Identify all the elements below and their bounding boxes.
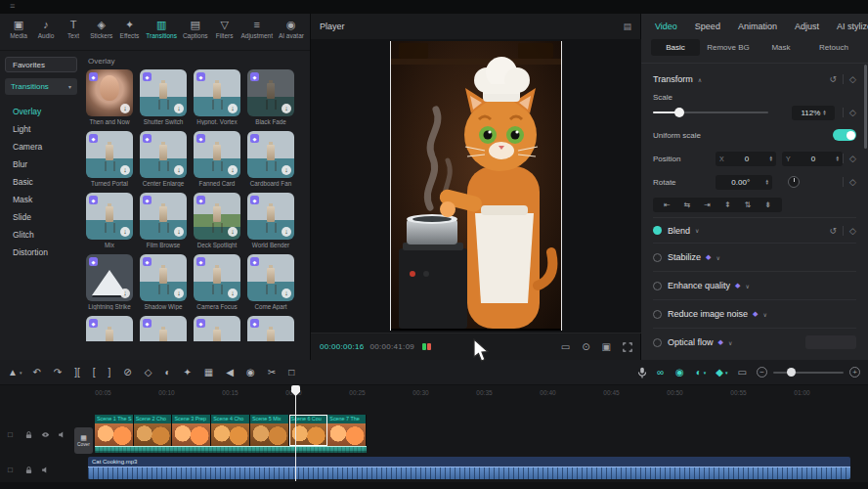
quality-icon[interactable]: ▣ <box>602 342 611 352</box>
player-options-icon[interactable]: ▤ <box>623 22 631 31</box>
split-icon[interactable]: ][ <box>74 367 82 378</box>
download-icon[interactable]: ↓ <box>282 227 291 237</box>
zoom-slider-handle[interactable] <box>787 368 796 377</box>
transition-thumbnail[interactable]: ◆ <box>140 316 187 341</box>
audio-clip[interactable]: Cat Cooking.mp3 <box>88 457 850 479</box>
zoom-out-icon[interactable]: − <box>757 367 767 378</box>
inspector-subtab[interactable]: Basic <box>651 39 700 56</box>
align-center-h-icon[interactable]: ⇆ <box>684 200 691 209</box>
scale-slider[interactable] <box>653 111 768 113</box>
download-icon[interactable]: ↓ <box>174 227 184 237</box>
effect-section-row[interactable]: Stabilize ◆ ∨ <box>653 243 856 271</box>
scale-slider-handle[interactable] <box>674 108 684 117</box>
transition-thumbnail[interactable]: ◆ ↓ <box>194 131 240 178</box>
main-track-icon[interactable]: ◉ <box>675 367 686 378</box>
inspector-tab[interactable]: Speed <box>695 22 720 31</box>
freeze-frame-icon[interactable]: ◇ <box>145 367 154 378</box>
transition-thumbnail[interactable]: ◆ ↓ <box>140 254 187 301</box>
hide-track-icon[interactable] <box>41 430 50 439</box>
download-icon[interactable]: ↓ <box>228 227 238 237</box>
align-top-icon[interactable]: ⇞ <box>724 200 731 209</box>
transition-item[interactable]: ◆ ↓ Shutter Switch <box>140 69 187 125</box>
effect-section-row[interactable]: Optical flow ◆ ∨ <box>653 328 856 356</box>
mute-track-icon[interactable] <box>41 466 50 474</box>
sidebar-category[interactable]: Glitch <box>5 226 81 244</box>
transition-thumbnail[interactable]: ◆ ↓ <box>86 193 133 240</box>
inspector-subtab[interactable]: Retouch <box>809 39 858 56</box>
download-icon[interactable]: ↓ <box>228 104 238 113</box>
transition-thumbnail[interactable]: ◆ ↓ <box>86 254 133 301</box>
keyframe-icon[interactable]: ◇ <box>849 154 856 163</box>
transition-item[interactable]: ◆ ↓ Then and Now <box>86 69 133 125</box>
cover-button[interactable]: ▦ Cover <box>74 427 93 454</box>
sidebar-category[interactable]: Basic <box>5 173 81 191</box>
video-clip[interactable]: Scene 7 The <box>327 415 367 446</box>
ai-tools-icon[interactable]: ✦ <box>183 367 193 378</box>
ratio-icon[interactable]: ▭ <box>561 342 570 352</box>
chevron-down-icon[interactable]: ∨ <box>716 254 719 261</box>
transition-thumbnail[interactable]: ◆ <box>194 316 240 341</box>
timeline-scrollbar-area[interactable] <box>0 482 868 489</box>
align-left-icon[interactable]: ⇤ <box>664 200 671 209</box>
download-icon[interactable]: ↓ <box>174 165 184 175</box>
transition-item[interactable]: ◆ ↓ Shadow Wipe <box>140 254 187 310</box>
step-down-icon[interactable]: ▾ <box>836 158 839 162</box>
transition-item[interactable]: ◆ ↓ Come Apart <box>247 254 294 310</box>
scale-value-box[interactable]: 112% ▴▾ <box>792 106 835 120</box>
zoom-in-icon[interactable]: + <box>849 367 860 378</box>
panel-scrollbar[interactable] <box>864 65 867 149</box>
transition-thumbnail[interactable]: ◆ ↓ <box>86 131 133 178</box>
microphone-icon[interactable] <box>637 367 647 378</box>
character-tool-icon[interactable]: ◉ <box>246 367 257 378</box>
inspector-tab[interactable]: AI stylize <box>837 22 868 31</box>
chevron-up-icon[interactable]: ∧ <box>698 76 702 83</box>
keyframe-icon[interactable]: ◇ <box>849 177 856 187</box>
transition-item[interactable]: ◆ ↓ Black Fade <box>247 69 294 125</box>
keyframe-icon[interactable]: ◇ <box>849 108 856 117</box>
display-tool-icon[interactable]: □ <box>288 367 296 378</box>
reset-icon[interactable]: ↺ <box>830 74 838 84</box>
download-icon[interactable]: ↓ <box>120 227 130 237</box>
select-tool-icon[interactable]: ▲ ▾ <box>8 367 22 378</box>
lock-icon[interactable] <box>24 430 33 439</box>
chevron-down-icon[interactable]: ∨ <box>695 227 699 234</box>
sidebar-category[interactable]: Mask <box>5 191 81 208</box>
transition-thumbnail[interactable]: ◆ <box>247 316 294 341</box>
sidebar-category[interactable]: Slide <box>5 208 81 226</box>
video-clip[interactable]: Scene 2 Cho <box>134 415 173 446</box>
chevron-down-icon[interactable]: ∨ <box>745 283 749 289</box>
download-icon[interactable]: ↓ <box>120 104 130 113</box>
position-y-field[interactable]: Y 0 ▴▾ <box>782 152 843 166</box>
transition-item[interactable]: ◆ ↓ Center Enlarge <box>140 131 187 187</box>
timeline-zoom-slider[interactable] <box>773 372 844 374</box>
undo-icon[interactable]: ↶ <box>32 367 42 378</box>
align-right-icon[interactable]: ⇥ <box>704 200 711 209</box>
optical-flow-action-button[interactable] <box>805 335 856 349</box>
reset-icon[interactable]: ↺ <box>830 226 838 236</box>
section-checkbox[interactable] <box>653 310 662 319</box>
align-bottom-icon[interactable]: ⇟ <box>764 200 771 209</box>
chevron-down-icon[interactable]: ∨ <box>762 311 766 318</box>
transition-item[interactable]: ◆ ↓ Fanned Card <box>194 131 240 187</box>
trim-left-icon[interactable]: [ <box>93 367 98 378</box>
blend-checkbox[interactable] <box>653 226 662 235</box>
transition-thumbnail[interactable]: ◆ ↓ <box>194 69 240 116</box>
redo-icon[interactable]: ↷ <box>54 367 64 378</box>
transition-item[interactable]: ◆ ↓ Cardboard Fan <box>247 131 294 187</box>
ribbon-tab[interactable]: ✦ Effects <box>116 17 142 41</box>
inspector-tab[interactable]: Video <box>655 22 677 31</box>
inspector-tab[interactable]: Animation <box>738 22 777 31</box>
transition-thumbnail[interactable]: ◆ ↓ <box>247 131 294 178</box>
rotate-field[interactable]: 0.00° ▴▾ <box>716 175 772 190</box>
preview-axis-icon[interactable]: ◆ ▾ <box>716 367 727 378</box>
inspector-subtab[interactable]: Remove BG <box>704 39 753 56</box>
track-options-icon[interactable]: □ <box>8 430 17 439</box>
playhead-line[interactable] <box>295 386 296 481</box>
download-icon[interactable]: ↓ <box>282 289 291 298</box>
delete-icon[interactable]: ⊘ <box>123 367 133 378</box>
trim-right-icon[interactable]: ] <box>108 367 113 378</box>
download-icon[interactable]: ↓ <box>120 165 130 175</box>
uniform-scale-toggle[interactable] <box>833 129 856 141</box>
transition-item[interactable]: ◆ ↓ Lightning Strike <box>86 254 133 310</box>
align-center-v-icon[interactable]: ⇅ <box>745 200 752 209</box>
